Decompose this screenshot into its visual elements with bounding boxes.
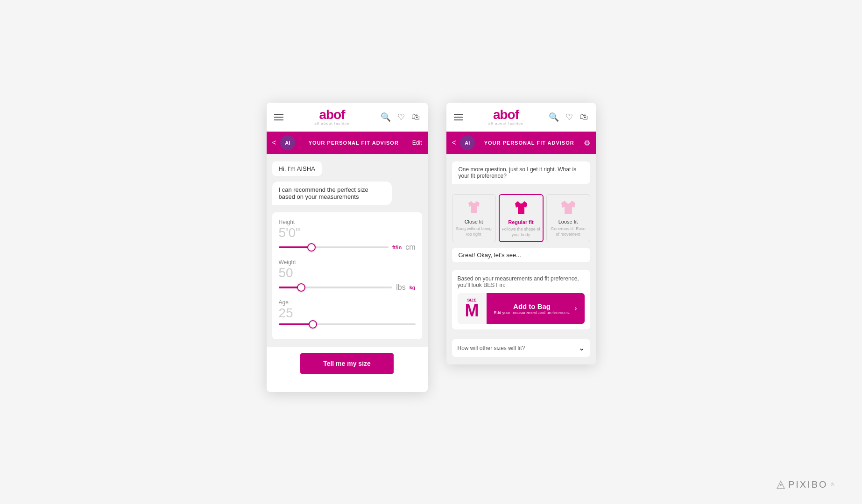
tell-me-size-button[interactable]: Tell me my size <box>300 353 394 374</box>
right-hamburger-icon[interactable] <box>454 114 463 120</box>
weight-slider-row: lbs kg <box>279 283 416 292</box>
hamburger-icon[interactable] <box>274 114 283 120</box>
right-logo-subtitle: all about fashion <box>488 121 523 126</box>
age-label: Age <box>279 299 416 306</box>
close-fit-desc: Snug without being too tight <box>454 226 494 237</box>
fit-question-bubble: One more question, just so I get it righ… <box>452 161 590 184</box>
left-chat-area: Hi, I'm AISHA I can recommend the perfec… <box>267 154 428 347</box>
weight-unit-lbs[interactable]: lbs <box>396 283 405 292</box>
right-advisor-avatar: AI <box>460 135 475 150</box>
fit-options-container: Close fit Snug without being too tight R… <box>452 194 590 242</box>
pixibo-triangle-icon <box>776 480 785 490</box>
height-slider-track[interactable] <box>279 246 389 248</box>
close-fit-label: Close fit <box>465 219 483 224</box>
okay-message-bubble: Great! Okay, let's see... <box>452 248 590 262</box>
right-bag-icon[interactable]: 🛍 <box>579 112 588 122</box>
left-advisor-avatar: AI <box>280 135 295 150</box>
right-logo-text: abof <box>493 108 519 121</box>
right-chat-area: One more question, just so I get it righ… <box>446 154 596 364</box>
left-advisor-title: YOUR PERSONAL FIT ADVISOR <box>299 140 409 146</box>
settings-icon[interactable]: ⚙ <box>584 139 590 147</box>
left-nav-icons: 🔍 ♡ 🛍 <box>381 112 420 122</box>
left-logo-area: abof all about fashion <box>314 108 349 126</box>
left-edit-button[interactable]: Edit <box>412 140 422 146</box>
size-add-row: SIZE M Add to Bag Edit your measurement … <box>458 293 585 324</box>
rec-box-title: Based on your measurements and fit prefe… <box>458 275 585 288</box>
right-advisor-title: YOUR PERSONAL FIT ADVISOR <box>479 140 580 146</box>
add-to-bag-button[interactable]: Add to Bag Edit your measurement and pre… <box>487 293 585 324</box>
other-sizes-text: How will other sizes will fit? <box>458 345 525 351</box>
search-icon[interactable]: 🔍 <box>381 112 391 122</box>
right-advisor-banner: < AI YOUR PERSONAL FIT ADVISOR ⚙ <box>446 132 596 154</box>
pixibo-watermark: PIXIBO ® <box>776 479 834 490</box>
loose-fit-option[interactable]: Loose fit Generous fit. Ease of movement <box>546 194 590 242</box>
arrow-right-icon: › <box>574 304 577 313</box>
age-slider-track[interactable] <box>279 323 416 325</box>
right-wishlist-icon[interactable]: ♡ <box>565 112 573 122</box>
weight-group: Weight 50 lbs kg <box>279 259 416 292</box>
pixibo-registered: ® <box>831 482 834 487</box>
wishlist-icon[interactable]: ♡ <box>397 112 405 122</box>
add-to-bag-sub: Edit your measurement and preferences. <box>494 310 570 315</box>
measurement-form: Height 5'0" ft/in cm Weight 50 <box>272 212 422 339</box>
right-nav-bar: abof all about fashion 🔍 ♡ 🛍 <box>446 103 596 132</box>
size-block: SIZE M <box>458 293 487 324</box>
height-value: 5'0" <box>279 226 416 239</box>
left-btn-area: Tell me my size <box>267 347 428 380</box>
regular-fit-desc: Follows the shape of your body <box>502 227 541 238</box>
greeting-bubble: Hi, I'm AISHA <box>272 161 322 176</box>
left-phone: abof all about fashion 🔍 ♡ 🛍 < AI YOUR P… <box>267 103 428 392</box>
other-sizes-row[interactable]: How will other sizes will fit? ⌄ <box>452 339 590 357</box>
add-to-bag-label: Add to Bag <box>494 302 570 310</box>
add-to-bag-content: Add to Bag Edit your measurement and pre… <box>494 302 570 315</box>
age-group: Age 25 <box>279 299 416 325</box>
height-label: Height <box>279 219 416 225</box>
recommendation-box: Based on your measurements and fit prefe… <box>452 270 590 329</box>
main-container: abof all about fashion 🔍 ♡ 🛍 < AI YOUR P… <box>267 103 596 392</box>
left-advisor-banner: < AI YOUR PERSONAL FIT ADVISOR Edit <box>267 132 428 154</box>
loose-fit-desc: Generous fit. Ease of movement <box>549 226 588 237</box>
regular-fit-label: Regular fit <box>508 219 533 225</box>
age-value: 25 <box>279 307 416 320</box>
loose-fit-label: Loose fit <box>558 219 578 224</box>
right-phone: abof all about fashion 🔍 ♡ 🛍 < AI YOUR P… <box>446 103 596 364</box>
right-logo-area: abof all about fashion <box>488 108 523 126</box>
height-unit-cm[interactable]: cm <box>405 243 415 252</box>
weight-slider-track[interactable] <box>279 287 393 288</box>
weight-unit-kg[interactable]: kg <box>410 285 416 290</box>
right-back-button[interactable]: < <box>452 139 456 147</box>
left-logo-text: abof <box>319 108 345 121</box>
height-unit-ftin[interactable]: ft/in <box>392 245 402 250</box>
left-logo-subtitle: all about fashion <box>314 121 349 126</box>
weight-label: Weight <box>279 259 416 266</box>
right-search-icon[interactable]: 🔍 <box>549 112 559 122</box>
left-back-button[interactable]: < <box>272 139 276 147</box>
right-nav-icons: 🔍 ♡ 🛍 <box>549 112 588 122</box>
close-fit-option[interactable]: Close fit Snug without being too tight <box>452 194 496 242</box>
height-slider-row: ft/in cm <box>279 243 416 252</box>
svg-point-1 <box>780 484 782 486</box>
age-slider-row <box>279 323 416 325</box>
message-bubble: I can recommend the perfect size based o… <box>272 182 392 205</box>
height-group: Height 5'0" ft/in cm <box>279 219 416 252</box>
pixibo-text: PIXIBO <box>788 479 828 490</box>
weight-value: 50 <box>279 266 416 280</box>
left-nav-bar: abof all about fashion 🔍 ♡ 🛍 <box>267 103 428 132</box>
chevron-down-icon: ⌄ <box>579 343 585 352</box>
bag-icon[interactable]: 🛍 <box>411 112 420 122</box>
size-big-value: M <box>465 302 479 319</box>
regular-fit-option[interactable]: Regular fit Follows the shape of your bo… <box>499 194 544 242</box>
